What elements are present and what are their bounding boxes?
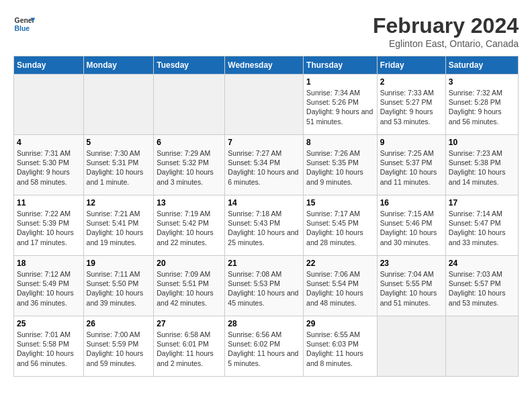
- calendar-cell: 8Sunrise: 7:26 AM Sunset: 5:35 PM Daylig…: [304, 135, 378, 195]
- calendar-cell: 24Sunrise: 7:03 AM Sunset: 5:57 PM Dayli…: [445, 256, 518, 316]
- day-info: Sunrise: 7:33 AM Sunset: 5:27 PM Dayligh…: [380, 88, 443, 126]
- title-area: February 2024 Eglinton East, Ontario, Ca…: [373, 13, 519, 49]
- day-info: Sunrise: 7:12 AM Sunset: 5:49 PM Dayligh…: [17, 269, 81, 308]
- day-number: 18: [17, 259, 81, 268]
- day-number: 17: [449, 198, 515, 208]
- calendar-cell: 9Sunrise: 7:25 AM Sunset: 5:37 PM Daylig…: [377, 135, 445, 195]
- day-info: Sunrise: 7:22 AM Sunset: 5:39 PM Dayligh…: [17, 209, 81, 247]
- day-of-week-header: Friday: [377, 56, 445, 75]
- calendar-cell: 27Sunrise: 6:58 AM Sunset: 6:01 PM Dayli…: [154, 316, 225, 377]
- day-info: Sunrise: 7:30 AM Sunset: 5:31 PM Dayligh…: [87, 148, 151, 187]
- day-number: 2: [380, 77, 443, 87]
- calendar-cell: [14, 75, 84, 135]
- calendar-cell: 12Sunrise: 7:21 AM Sunset: 5:41 PM Dayli…: [83, 195, 154, 256]
- day-number: 16: [380, 198, 443, 208]
- calendar-cell: 3Sunrise: 7:32 AM Sunset: 5:28 PM Daylig…: [445, 75, 518, 135]
- day-number: 4: [17, 138, 81, 147]
- day-info: Sunrise: 7:27 AM Sunset: 5:34 PM Dayligh…: [228, 148, 300, 187]
- day-number: 23: [380, 259, 443, 268]
- day-info: Sunrise: 7:04 AM Sunset: 5:55 PM Dayligh…: [380, 269, 443, 308]
- day-info: Sunrise: 7:15 AM Sunset: 5:46 PM Dayligh…: [380, 209, 443, 247]
- calendar-cell: 10Sunrise: 7:23 AM Sunset: 5:38 PM Dayli…: [445, 135, 518, 195]
- day-info: Sunrise: 7:08 AM Sunset: 5:53 PM Dayligh…: [228, 269, 300, 308]
- day-of-week-header: Sunday: [14, 56, 84, 75]
- day-info: Sunrise: 7:17 AM Sunset: 5:45 PM Dayligh…: [306, 209, 374, 247]
- day-number: 20: [157, 259, 222, 268]
- calendar-cell: 15Sunrise: 7:17 AM Sunset: 5:45 PM Dayli…: [304, 195, 378, 256]
- calendar-cell: 7Sunrise: 7:27 AM Sunset: 5:34 PM Daylig…: [225, 135, 304, 195]
- day-info: Sunrise: 7:06 AM Sunset: 5:54 PM Dayligh…: [306, 269, 374, 308]
- calendar-cell: 14Sunrise: 7:18 AM Sunset: 5:43 PM Dayli…: [225, 195, 304, 256]
- calendar-cell: 1Sunrise: 7:34 AM Sunset: 5:26 PM Daylig…: [304, 75, 378, 135]
- svg-text:Blue: Blue: [15, 25, 30, 32]
- header: General Blue February 2024 Eglinton East…: [13, 13, 519, 49]
- calendar-cell: [445, 316, 518, 377]
- day-info: Sunrise: 7:18 AM Sunset: 5:43 PM Dayligh…: [228, 209, 300, 247]
- day-info: Sunrise: 7:23 AM Sunset: 5:38 PM Dayligh…: [449, 148, 515, 187]
- day-of-week-header: Thursday: [304, 56, 378, 75]
- calendar-cell: 11Sunrise: 7:22 AM Sunset: 5:39 PM Dayli…: [14, 195, 84, 256]
- day-of-week-header: Monday: [83, 56, 154, 75]
- calendar-cell: 23Sunrise: 7:04 AM Sunset: 5:55 PM Dayli…: [377, 256, 445, 316]
- day-number: 10: [449, 138, 515, 147]
- day-info: Sunrise: 7:32 AM Sunset: 5:28 PM Dayligh…: [449, 88, 515, 126]
- calendar-cell: 25Sunrise: 7:01 AM Sunset: 5:58 PM Dayli…: [14, 316, 84, 377]
- calendar-cell: 2Sunrise: 7:33 AM Sunset: 5:27 PM Daylig…: [377, 75, 445, 135]
- day-number: 1: [306, 77, 374, 87]
- calendar-cell: 5Sunrise: 7:30 AM Sunset: 5:31 PM Daylig…: [83, 135, 154, 195]
- day-number: 28: [228, 319, 300, 328]
- main-title: February 2024: [373, 13, 519, 38]
- calendar-cell: 21Sunrise: 7:08 AM Sunset: 5:53 PM Dayli…: [225, 256, 304, 316]
- day-info: Sunrise: 7:01 AM Sunset: 5:58 PM Dayligh…: [17, 330, 81, 368]
- day-number: 26: [87, 319, 151, 328]
- calendar-week-row: 4Sunrise: 7:31 AM Sunset: 5:30 PM Daylig…: [14, 135, 519, 195]
- day-info: Sunrise: 7:25 AM Sunset: 5:37 PM Dayligh…: [380, 148, 443, 187]
- day-number: 21: [228, 259, 300, 268]
- day-info: Sunrise: 7:09 AM Sunset: 5:51 PM Dayligh…: [157, 269, 222, 308]
- day-number: 19: [87, 259, 151, 268]
- calendar-cell: 19Sunrise: 7:11 AM Sunset: 5:50 PM Dayli…: [83, 256, 154, 316]
- day-info: Sunrise: 7:31 AM Sunset: 5:30 PM Dayligh…: [17, 148, 81, 187]
- day-number: 15: [306, 198, 374, 208]
- day-info: Sunrise: 7:29 AM Sunset: 5:32 PM Dayligh…: [157, 148, 222, 187]
- calendar-cell: [377, 316, 445, 377]
- day-number: 24: [449, 259, 515, 268]
- calendar-cell: 20Sunrise: 7:09 AM Sunset: 5:51 PM Dayli…: [154, 256, 225, 316]
- day-number: 7: [228, 138, 300, 147]
- day-info: Sunrise: 7:21 AM Sunset: 5:41 PM Dayligh…: [87, 209, 151, 247]
- logo: General Blue: [13, 13, 35, 35]
- day-of-week-header: Wednesday: [225, 56, 304, 75]
- subtitle: Eglinton East, Ontario, Canada: [373, 38, 519, 49]
- day-number: 13: [157, 198, 222, 208]
- calendar-table: SundayMondayTuesdayWednesdayThursdayFrid…: [13, 56, 519, 377]
- day-info: Sunrise: 6:56 AM Sunset: 6:02 PM Dayligh…: [228, 330, 300, 368]
- day-number: 14: [228, 198, 300, 208]
- day-info: Sunrise: 7:26 AM Sunset: 5:35 PM Dayligh…: [306, 148, 374, 187]
- calendar-cell: 28Sunrise: 6:56 AM Sunset: 6:02 PM Dayli…: [225, 316, 304, 377]
- day-info: Sunrise: 7:03 AM Sunset: 5:57 PM Dayligh…: [449, 269, 515, 308]
- day-info: Sunrise: 7:14 AM Sunset: 5:47 PM Dayligh…: [449, 209, 515, 247]
- calendar-week-row: 11Sunrise: 7:22 AM Sunset: 5:39 PM Dayli…: [14, 195, 519, 256]
- day-number: 25: [17, 319, 81, 328]
- day-number: 8: [306, 138, 374, 147]
- day-info: Sunrise: 7:00 AM Sunset: 5:59 PM Dayligh…: [87, 330, 151, 368]
- calendar-cell: 26Sunrise: 7:00 AM Sunset: 5:59 PM Dayli…: [83, 316, 154, 377]
- calendar-cell: [154, 75, 225, 135]
- day-number: 22: [306, 259, 374, 268]
- calendar-cell: 6Sunrise: 7:29 AM Sunset: 5:32 PM Daylig…: [154, 135, 225, 195]
- day-info: Sunrise: 6:58 AM Sunset: 6:01 PM Dayligh…: [157, 330, 222, 368]
- day-number: 9: [380, 138, 443, 147]
- calendar-cell: 13Sunrise: 7:19 AM Sunset: 5:42 PM Dayli…: [154, 195, 225, 256]
- calendar-week-row: 25Sunrise: 7:01 AM Sunset: 5:58 PM Dayli…: [14, 316, 519, 377]
- calendar-week-row: 18Sunrise: 7:12 AM Sunset: 5:49 PM Dayli…: [14, 256, 519, 316]
- day-number: 3: [449, 77, 515, 87]
- calendar-cell: 18Sunrise: 7:12 AM Sunset: 5:49 PM Dayli…: [14, 256, 84, 316]
- calendar-cell: [83, 75, 154, 135]
- day-number: 12: [87, 198, 151, 208]
- day-number: 5: [87, 138, 151, 147]
- calendar-cell: 17Sunrise: 7:14 AM Sunset: 5:47 PM Dayli…: [445, 195, 518, 256]
- day-number: 11: [17, 198, 81, 208]
- calendar-week-row: 1Sunrise: 7:34 AM Sunset: 5:26 PM Daylig…: [14, 75, 519, 135]
- logo-icon: General Blue: [13, 13, 35, 35]
- calendar-cell: 16Sunrise: 7:15 AM Sunset: 5:46 PM Dayli…: [377, 195, 445, 256]
